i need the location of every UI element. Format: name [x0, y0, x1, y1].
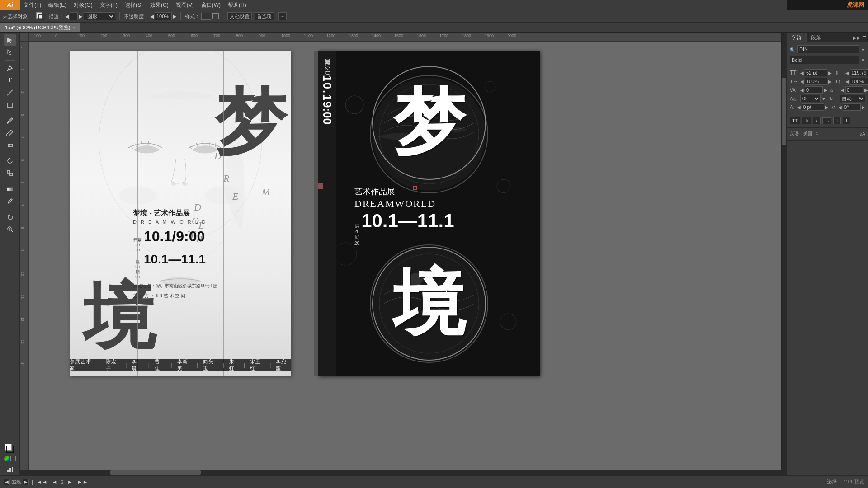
rot-inc[interactable]: ▶ [862, 105, 865, 110]
gradient-tool[interactable] [4, 183, 16, 195]
pencil-tool[interactable] [4, 127, 16, 139]
line-tool[interactable] [4, 87, 16, 99]
kerning-input[interactable] [845, 86, 863, 94]
opentype-select[interactable]: 0k [800, 95, 821, 102]
size-dec-btn[interactable]: ◀ [800, 70, 804, 75]
tr-btn[interactable]: Tr [802, 117, 811, 124]
para-tab[interactable]: 段落 [807, 33, 826, 42]
select-tool[interactable] [4, 34, 16, 46]
vscale-input[interactable] [850, 78, 868, 85]
h-scroll-thumb[interactable] [110, 470, 201, 475]
tracking-inc[interactable]: ▶ [824, 88, 827, 93]
leading-control[interactable]: ◀ ▶ [845, 69, 868, 76]
baseline-dec[interactable]: ◀ [797, 105, 801, 110]
style-swatch[interactable] [201, 13, 211, 20]
tracking-input[interactable] [805, 86, 823, 94]
hscale-inc[interactable]: ▶ [828, 79, 832, 84]
baseline-inc[interactable]: ▶ [825, 105, 829, 110]
rotation-input[interactable] [843, 103, 861, 111]
hscale-dec[interactable]: ◀ [800, 79, 804, 84]
eraser-tool[interactable] [4, 139, 16, 151]
next-next-btn[interactable]: ►► [76, 479, 89, 485]
vscale-control[interactable]: ◀ ▶ [845, 78, 868, 85]
extra-btn[interactable]: ⋯ [278, 12, 287, 20]
tunder-btn[interactable]: T [833, 117, 841, 124]
vscale-dec[interactable]: ◀ [845, 79, 849, 84]
style-none-swatch[interactable] [212, 13, 219, 19]
leading-input[interactable] [850, 69, 868, 76]
rotate-select[interactable]: 自动 [840, 95, 865, 102]
brush-tool[interactable] [4, 115, 16, 127]
size-control[interactable]: ◀ ▶ [800, 69, 832, 76]
stroke-color[interactable] [6, 446, 14, 453]
style-dropdown-arrow[interactable]: ▼ [861, 58, 865, 63]
font-style-input[interactable] [790, 56, 859, 64]
prev-prev-btn[interactable]: ◄◄ [36, 479, 48, 485]
stroke-width-input[interactable] [70, 12, 78, 20]
zoom-inc-btn[interactable]: ▶ [23, 479, 29, 485]
color-swatches[interactable] [4, 443, 16, 455]
ti-btn[interactable]: T [813, 117, 821, 124]
char-tab[interactable]: 字符 [787, 33, 807, 42]
stroke-type-select[interactable]: 圆形 [84, 12, 115, 20]
color-mode-btn[interactable] [4, 456, 9, 461]
leading-dec-btn[interactable]: ◀ [845, 70, 849, 75]
active-tab[interactable]: 1.ai* @ 82% (RGB/GPU预览) × [0, 23, 80, 32]
direct-select-tool[interactable] [4, 47, 16, 58]
zoom-dec-btn[interactable]: ◀ [4, 479, 10, 485]
scale-tool[interactable] [4, 167, 16, 179]
tsub-btn[interactable]: T₁ [822, 117, 831, 124]
panel-expand-btn[interactable]: ▶▶ [853, 35, 860, 40]
opentype-dropdown[interactable]: ▼ [821, 96, 826, 101]
rotate-control[interactable]: 自动 [840, 95, 865, 102]
opacity-control[interactable]: ◀ ▶ [150, 12, 176, 20]
font-size-input[interactable] [805, 69, 827, 76]
prev-btn[interactable]: ◄ [51, 479, 58, 485]
kerning-inc[interactable]: ▶ [864, 88, 868, 93]
baseline-control[interactable]: ◀ ▶ [797, 103, 829, 111]
opacity-input[interactable] [155, 12, 172, 20]
type-tool[interactable]: T [4, 75, 16, 86]
rect-tool[interactable] [4, 99, 16, 111]
rot-dec[interactable]: ◀ [838, 105, 842, 110]
tracking-dec[interactable]: ◀ [800, 88, 804, 93]
graph-tool[interactable] [4, 464, 16, 475]
h-scrollbar[interactable] [20, 470, 787, 475]
kerning-control[interactable]: ◀ ▶ [841, 86, 868, 94]
panel-menu-btn[interactable]: ☰ [862, 35, 866, 40]
menu-effect[interactable]: 效果(C) [146, 0, 172, 10]
baseline-input[interactable] [802, 103, 824, 111]
menu-help[interactable]: 帮助(H) [224, 0, 250, 10]
stroke-swatch[interactable] [38, 14, 45, 20]
eyedropper-tool[interactable] [4, 195, 16, 207]
menu-window[interactable]: 窗口(W) [198, 0, 224, 10]
doc-settings-button[interactable]: 文档设置 [227, 12, 252, 20]
zoom-control[interactable]: ◀ 82% ▶ [4, 479, 29, 485]
tstrike-btn[interactable]: T [843, 117, 850, 124]
hscale-control[interactable]: ◀ ▶ [800, 78, 832, 85]
hand-tool[interactable] [4, 211, 16, 223]
rotate-tool[interactable] [4, 155, 16, 167]
kerning-dec[interactable]: ◀ [841, 88, 844, 93]
next-btn[interactable]: ► [66, 479, 74, 485]
v-scrollbar[interactable] [781, 33, 787, 470]
stroke-width-control[interactable]: ◀ ▶ [65, 12, 82, 20]
menu-select[interactable]: 选择(S) [121, 0, 146, 10]
font-name-input[interactable] [797, 45, 859, 53]
v-scroll-thumb[interactable] [782, 78, 786, 145]
menu-file[interactable]: 文件(F) [20, 0, 45, 10]
zoom-tool[interactable] [4, 223, 16, 235]
lang-aa-btn[interactable]: aA [860, 131, 865, 136]
pen-tool[interactable] [4, 62, 16, 74]
tt-btn[interactable]: TT [790, 117, 800, 124]
menu-view[interactable]: 视图(V) [172, 0, 198, 10]
opentype-control[interactable]: 0k ▼ [800, 95, 826, 102]
rotation-control[interactable]: ◀ ▶ [838, 103, 865, 111]
menu-object[interactable]: 对象(O) [70, 0, 96, 10]
menu-text[interactable]: 文字(T) [96, 0, 121, 10]
fill-stroke-swatches[interactable] [36, 12, 46, 20]
hscale-input[interactable] [805, 78, 827, 85]
size-inc-btn[interactable]: ▶ [828, 70, 832, 75]
tracking-control[interactable]: ◀ ▶ [800, 86, 827, 94]
none-btn[interactable] [10, 456, 16, 461]
